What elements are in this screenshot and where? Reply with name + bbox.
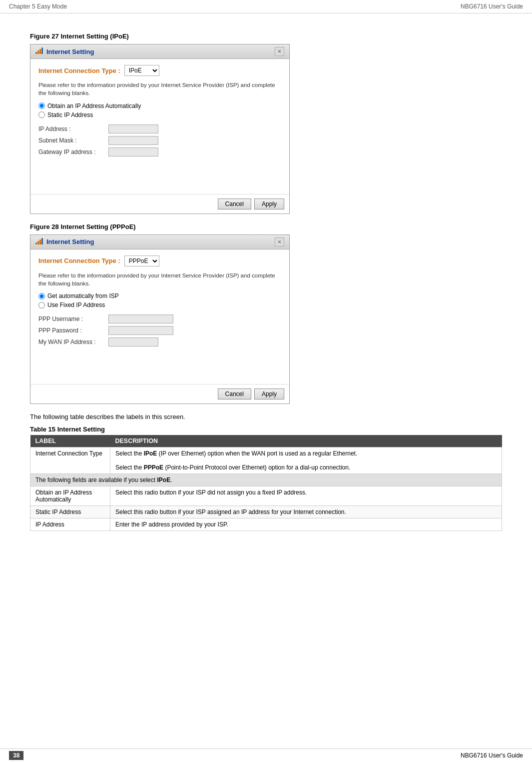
table-cell-desc: Enter the IP address provided by your IS…	[110, 518, 502, 531]
conn-type-select27[interactable]: IPoE PPPoE	[124, 65, 159, 76]
table-row: Static IP Address Select this radio butt…	[30, 506, 502, 518]
table-cell-label: Internet Connection Type	[30, 448, 110, 474]
dialog28-footer: Cancel Apply	[30, 384, 289, 404]
desc-table: LABEL DESCRIPTION Internet Connection Ty…	[30, 435, 502, 531]
field-row28-wan: My WAN IP Address :	[38, 338, 281, 346]
field-row27-gateway: Gateway IP address :	[38, 148, 281, 156]
dialog28-close-button[interactable]: ×	[275, 238, 284, 246]
table-row: Obtain an IP Address Automatically Selec…	[30, 486, 502, 506]
field-row27-subnet: Subnet Mask :	[38, 136, 281, 145]
radio27-static-label: Static IP Address	[47, 112, 93, 118]
conn-type-select28[interactable]: IPoE PPPoE	[124, 256, 159, 266]
radio28-auto: Get automatically from ISP	[38, 292, 281, 300]
table-section-row: The following fields are available if yo…	[30, 474, 502, 486]
table-section-text: The following fields are available if yo…	[30, 474, 502, 486]
dialog27-body: Internet Connection Type : IPoE PPPoE Pl…	[30, 59, 289, 194]
table-cell-desc: Select this radio button if your ISP did…	[110, 486, 502, 506]
radio28-auto-label: Get automatically from ISP	[47, 292, 119, 300]
field-label27-ip: IP Address :	[38, 126, 108, 132]
dialog27-title-text: Internet Setting	[46, 48, 94, 56]
figure27-dialog: Internet Setting × Internet Connection T…	[30, 44, 290, 214]
field-input28-password[interactable]	[108, 326, 173, 335]
dialog27-title-left: Internet Setting	[35, 48, 94, 56]
field-label28-password: PPP Password :	[38, 327, 108, 334]
figure28-dialog: Internet Setting × Internet Connection T…	[30, 234, 290, 404]
page-footer: 38 NBG6716 User's Guide	[0, 748, 532, 762]
dialog28-body: Internet Connection Type : IPoE PPPoE Pl…	[30, 250, 289, 384]
radio28-fixed-input[interactable]	[38, 302, 45, 308]
conn-type-row27: Internet Connection Type : IPoE PPPoE	[38, 65, 281, 76]
col-label: LABEL	[30, 435, 110, 448]
dialog28-title-left: Internet Setting	[35, 238, 94, 246]
field-input27-ip[interactable]	[108, 124, 158, 134]
field-row28-password: PPP Password :	[38, 326, 281, 335]
isp-note28: Please refer to the information provided…	[38, 272, 281, 288]
table-cell-desc: Select the IPoE (IP over Ethernet) optio…	[110, 448, 502, 474]
field-label27-gateway: Gateway IP address :	[38, 148, 108, 156]
field-row28-username: PPP Username :	[38, 314, 281, 324]
field-input27-subnet[interactable]	[108, 136, 158, 145]
radio27-auto-input[interactable]	[38, 102, 45, 109]
table-label: Table 15 Internet Setting	[30, 426, 502, 433]
table-cell-label: Obtain an IP Address Automatically	[30, 486, 110, 506]
field-row27-ip: IP Address :	[38, 124, 281, 134]
chapter-title: Chapter 5 Easy Mode	[9, 3, 67, 10]
radio27-auto-label: Obtain an IP Address Automatically	[47, 102, 141, 110]
table-row: Internet Connection Type Select the IPoE…	[30, 448, 502, 474]
router-icon28	[35, 238, 43, 246]
radio27-static: Static IP Address	[38, 112, 281, 118]
figure27-label: Figure 27 Internet Setting (IPoE)	[30, 32, 502, 40]
radio28-fixed: Use Fixed IP Address	[38, 302, 281, 308]
table-row: IP Address Enter the IP address provided…	[30, 518, 502, 531]
footer-product: NBG6716 User's Guide	[461, 752, 523, 759]
table-cell-desc: Select this radio button if your ISP ass…	[110, 506, 502, 518]
dialog28-apply-button[interactable]: Apply	[254, 388, 284, 400]
field-label28-username: PPP Username :	[38, 316, 108, 322]
para-text: The following table describes the labels…	[30, 413, 502, 420]
dialog28-titlebar: Internet Setting ×	[30, 235, 289, 250]
dialog28-cancel-button[interactable]: Cancel	[218, 388, 251, 400]
conn-type-label27: Internet Connection Type :	[38, 67, 120, 74]
field-label27-subnet: Subnet Mask :	[38, 137, 108, 144]
radio28-auto-input[interactable]	[38, 293, 45, 300]
product-name: NBG6716 User's Guide	[461, 3, 523, 10]
field-input28-username[interactable]	[108, 314, 173, 324]
field-input28-wan[interactable]	[108, 338, 158, 346]
table-cell-label: Static IP Address	[30, 506, 110, 518]
dialog27-cancel-button[interactable]: Cancel	[218, 198, 251, 210]
dialog27-close-button[interactable]: ×	[275, 47, 284, 56]
col-desc: DESCRIPTION	[110, 435, 502, 448]
router-icon	[35, 48, 43, 56]
dialog28-title-text: Internet Setting	[46, 238, 94, 246]
table-cell-label: IP Address	[30, 518, 110, 531]
isp-note27: Please refer to the information provided…	[38, 81, 281, 97]
page-content: Figure 27 Internet Setting (IPoE) Intern…	[0, 14, 532, 551]
field-label28-wan: My WAN IP Address :	[38, 338, 108, 346]
dialog27-titlebar: Internet Setting ×	[30, 44, 289, 59]
dialog27-footer: Cancel Apply	[30, 194, 289, 214]
conn-type-label28: Internet Connection Type :	[38, 257, 120, 264]
radio28-fixed-label: Use Fixed IP Address	[47, 302, 105, 308]
radio27-static-input[interactable]	[38, 112, 45, 118]
page-number: 38	[9, 751, 23, 760]
field-input27-gateway[interactable]	[108, 148, 158, 156]
figure28-label: Figure 28 Internet Setting (PPPoE)	[30, 223, 502, 230]
dialog27-apply-button[interactable]: Apply	[254, 198, 284, 210]
page-header: Chapter 5 Easy Mode NBG6716 User's Guide	[0, 0, 532, 14]
radio27-auto: Obtain an IP Address Automatically	[38, 102, 281, 110]
conn-type-row28: Internet Connection Type : IPoE PPPoE	[38, 256, 281, 266]
